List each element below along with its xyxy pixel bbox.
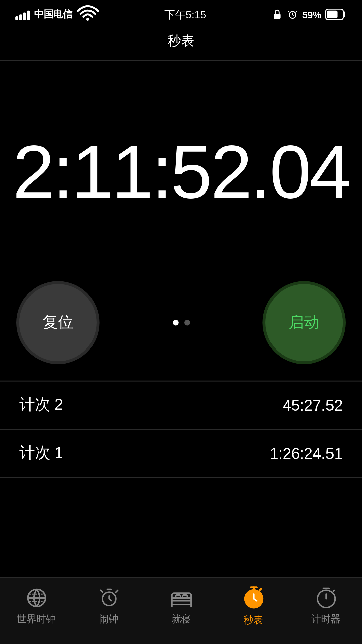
lap-1-label: 计次 1 — [19, 443, 63, 464]
svg-rect-1 — [274, 14, 280, 19]
lap-item: 计次 1 1:26:24.51 — [0, 430, 362, 478]
reset-button[interactable]: 复位 — [19, 284, 97, 361]
svg-rect-8 — [175, 595, 180, 598]
svg-rect-9 — [182, 595, 187, 598]
tab-timer[interactable]: 计时器 — [290, 586, 362, 626]
page-title: 秒表 — [0, 27, 362, 61]
status-right: 59% — [271, 9, 347, 20]
tab-bar: 世界时钟 闹钟 就寝 — [0, 577, 362, 644]
battery-percent: 59% — [302, 9, 321, 20]
lap-list: 计次 2 45:27.52 计次 1 1:26:24.51 — [0, 381, 362, 478]
alarm-status-icon — [287, 9, 298, 20]
alarm-tab-icon — [97, 586, 120, 609]
status-bar: 中国电信 下午5:15 59% — [0, 0, 362, 27]
svg-rect-4 — [327, 11, 337, 18]
lap-item: 计次 2 45:27.52 — [0, 382, 362, 430]
dot-active — [172, 320, 178, 325]
tab-alarm[interactable]: 闹钟 — [72, 586, 145, 626]
carrier-label: 中国电信 — [34, 8, 72, 21]
status-time: 下午5:15 — [164, 7, 206, 22]
tab-stopwatch-label: 秒表 — [244, 613, 263, 627]
page-indicator — [172, 320, 190, 325]
lap-2-label: 计次 2 — [19, 395, 63, 415]
svg-point-0 — [86, 18, 89, 21]
buttons-row: 复位 启动 — [0, 284, 362, 361]
dot-inactive — [184, 320, 190, 325]
lock-icon — [271, 9, 283, 20]
wifi-icon — [76, 3, 100, 26]
lap-2-time: 45:27.52 — [283, 396, 343, 414]
lap-1-time: 1:26:24.51 — [270, 445, 343, 462]
tab-bedtime-label: 就寝 — [171, 612, 191, 626]
tab-stopwatch[interactable]: 秒表 — [217, 585, 290, 627]
tab-timer-label: 计时器 — [311, 612, 340, 626]
stopwatch-active-container — [241, 585, 266, 610]
start-button[interactable]: 启动 — [265, 284, 343, 361]
tab-world-clock[interactable]: 世界时钟 — [0, 586, 72, 626]
tab-world-clock-label: 世界时钟 — [17, 612, 55, 626]
bed-icon — [169, 586, 192, 609]
battery-icon — [325, 9, 347, 20]
timer-value: 2:11:52.04 — [13, 128, 349, 216]
tab-alarm-label: 闹钟 — [99, 612, 118, 626]
timer-icon — [314, 586, 337, 609]
world-icon — [24, 586, 48, 609]
signal-icon — [15, 9, 30, 20]
status-left: 中国电信 — [15, 3, 100, 26]
tab-bedtime[interactable]: 就寝 — [145, 586, 217, 626]
stopwatch-tab-icon — [241, 585, 266, 610]
timer-display: 2:11:52.04 — [0, 128, 362, 216]
